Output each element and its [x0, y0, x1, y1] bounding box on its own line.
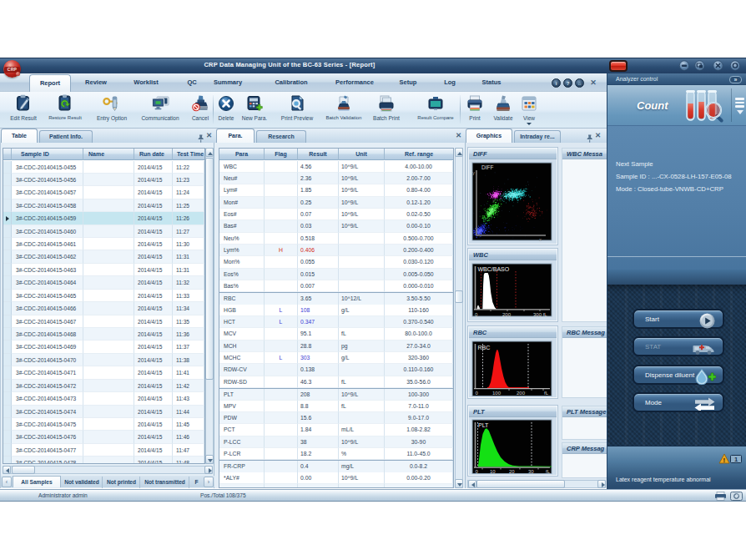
svg-text:DIFF: DIFF	[481, 164, 493, 170]
svg-text:10: 10	[490, 469, 496, 474]
svg-text:30: 30	[528, 469, 534, 474]
svg-text:300 fL: 300 fL	[533, 312, 547, 317]
svg-text:WBC/BASO: WBC/BASO	[478, 266, 510, 272]
svg-text:x: x	[539, 237, 542, 242]
svg-text:100: 100	[492, 391, 502, 396]
svg-text:200: 200	[517, 391, 526, 396]
svg-text:!: !	[723, 457, 726, 464]
svg-text:fL: fL	[544, 391, 549, 396]
svg-text:1: 1	[734, 456, 738, 463]
svg-text:20: 20	[509, 469, 515, 474]
svg-text:y: y	[472, 170, 475, 175]
svg-text:PLT: PLT	[478, 422, 489, 428]
svg-text:fL: fL	[546, 469, 551, 474]
svg-text:200: 200	[502, 312, 512, 317]
svg-text:RBC: RBC	[478, 345, 491, 351]
